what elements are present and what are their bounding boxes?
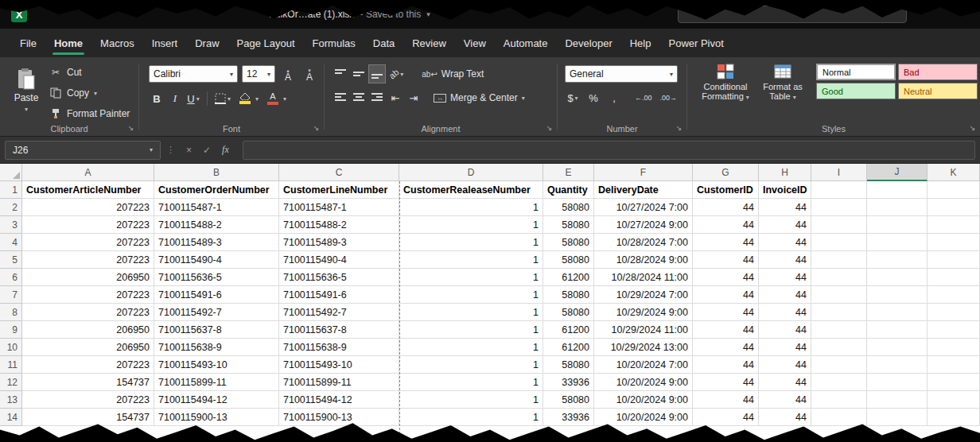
cell-B1[interactable]: CustomerOrderNumber [154, 181, 279, 199]
cell-H8[interactable]: 44 [759, 304, 811, 321]
cell-D7[interactable]: 1 [399, 286, 543, 304]
cell-B11[interactable]: 7100115493-10 [154, 356, 279, 374]
tab-data[interactable]: Data [364, 29, 403, 57]
cell-K10[interactable] [928, 339, 980, 356]
cell-G1[interactable]: CustomerID [693, 181, 759, 199]
cell-A3[interactable]: 207223 [22, 216, 154, 234]
cell-K11[interactable] [928, 356, 980, 374]
cell-A6[interactable]: 206950 [22, 269, 154, 286]
tab-developer[interactable]: Developer [556, 29, 620, 57]
cell-A7[interactable]: 207223 [22, 286, 154, 304]
tab-formulas[interactable]: Formulas [304, 29, 364, 57]
increase-decimal-button[interactable]: ←.00 [633, 89, 654, 107]
column-header-C[interactable]: C [279, 164, 399, 181]
cell-I2[interactable] [811, 199, 867, 216]
cell-B9[interactable]: 7100115637-8 [154, 321, 279, 339]
cell-I13[interactable] [811, 391, 867, 409]
row-header-2[interactable]: 2 [0, 199, 22, 216]
cell-E3[interactable]: 58080 [543, 216, 594, 234]
fill-color-button[interactable]: ▾ [235, 90, 260, 107]
cell-E2[interactable]: 58080 [543, 199, 594, 216]
cell-I4[interactable] [811, 234, 867, 251]
cell-I8[interactable] [811, 304, 867, 321]
cell-G3[interactable]: 44 [693, 216, 759, 234]
cut-button[interactable]: ✂ Cut [49, 64, 130, 80]
cell-G8[interactable]: 44 [693, 304, 759, 321]
tab-power-pivot[interactable]: Power Pivot [659, 29, 732, 57]
cell-J12[interactable] [867, 374, 928, 391]
cell-F7[interactable]: 10/29/2024 7:00 [594, 286, 693, 304]
wrap-text-button[interactable]: ab↩ Wrap Text [418, 65, 487, 83]
cell-G14[interactable]: 44 [693, 409, 759, 426]
cell-G5[interactable]: 44 [693, 251, 759, 269]
column-header-A[interactable]: A [22, 164, 154, 181]
comma-style-button[interactable]: , [606, 89, 622, 107]
cell-H7[interactable]: 44 [759, 286, 811, 304]
cell-J11[interactable] [867, 356, 928, 374]
cell-E10[interactable]: 61200 [543, 339, 594, 356]
cell-G13[interactable]: 44 [693, 391, 759, 409]
dialog-launcher-icon[interactable]: ↘ [545, 124, 554, 133]
cell-F13[interactable]: 10/20/2024 9:00 [594, 391, 693, 409]
cell-G10[interactable]: 44 [693, 339, 759, 356]
orientation-button[interactable]: ab ▾ [387, 65, 405, 83]
cell-D12[interactable]: 1 [399, 374, 543, 391]
cell-H1[interactable]: InvoiceID [759, 181, 811, 199]
row-header-10[interactable]: 10 [0, 339, 22, 356]
column-header-J[interactable]: J [867, 164, 928, 181]
column-header-H[interactable]: H [759, 164, 811, 181]
cell-style-good[interactable]: Good [816, 83, 896, 99]
number-format-select[interactable]: General ▾ [565, 65, 678, 83]
cell-D5[interactable]: 1 [399, 251, 543, 269]
cell-H4[interactable]: 44 [759, 234, 811, 251]
cell-J4[interactable] [867, 234, 928, 251]
dialog-launcher-icon[interactable]: ↘ [312, 124, 321, 133]
cell-C3[interactable]: 7100115488-2 [279, 216, 399, 234]
cell-D10[interactable]: 1 [399, 339, 543, 356]
underline-button[interactable]: U▾ [185, 90, 201, 107]
decrease-decimal-button[interactable]: .00→ [659, 89, 679, 107]
cell-G2[interactable]: 44 [693, 199, 759, 216]
cell-B5[interactable]: 7100115490-4 [154, 251, 279, 269]
row-header-13[interactable]: 13 [0, 391, 22, 409]
cell-I1[interactable] [811, 181, 867, 199]
cell-H10[interactable]: 44 [759, 339, 811, 356]
cell-B14[interactable]: 7100115900-13 [154, 409, 279, 426]
cell-B12[interactable]: 7100115899-11 [154, 374, 279, 391]
cell-style-normal[interactable]: Normal [816, 64, 896, 80]
tab-help[interactable]: Help [621, 29, 660, 57]
dialog-launcher-icon[interactable]: ↘ [126, 124, 135, 133]
cancel-icon[interactable]: × [181, 145, 197, 156]
cell-H11[interactable]: 44 [759, 356, 811, 374]
cell-C14[interactable]: 7100115900-13 [279, 409, 399, 426]
cell-K3[interactable] [928, 216, 980, 234]
cell-J10[interactable] [867, 339, 928, 356]
column-header-D[interactable]: D [399, 164, 543, 181]
align-right-button[interactable] [369, 89, 385, 107]
cell-K4[interactable] [928, 234, 980, 251]
cell-E9[interactable]: 61200 [543, 321, 594, 339]
row-header-14[interactable]: 14 [0, 409, 22, 426]
cell-F10[interactable]: 10/29/2024 13:00 [594, 339, 693, 356]
cell-C8[interactable]: 7100115492-7 [279, 304, 399, 321]
cell-E7[interactable]: 58080 [543, 286, 594, 304]
tab-home[interactable]: Home [45, 29, 91, 57]
cell-A8[interactable]: 207223 [22, 304, 154, 321]
tab-file[interactable]: File [11, 29, 45, 57]
cell-I6[interactable] [811, 269, 867, 286]
cell-E5[interactable]: 58080 [543, 251, 594, 269]
paste-button[interactable]: Paste ▾ [8, 64, 45, 124]
cell-A2[interactable]: 207223 [22, 199, 154, 216]
cell-C10[interactable]: 7100115638-9 [279, 339, 399, 356]
cell-E6[interactable]: 61200 [543, 269, 594, 286]
cell-F6[interactable]: 10/28/2024 11:00 [594, 269, 693, 286]
cell-J9[interactable] [867, 321, 928, 339]
cell-K7[interactable] [928, 286, 980, 304]
cell-J14[interactable] [867, 409, 928, 426]
row-header-5[interactable]: 5 [0, 251, 22, 269]
cell-J3[interactable] [867, 216, 928, 234]
cell-A13[interactable]: 207223 [22, 391, 154, 409]
cell-E14[interactable]: 33936 [543, 409, 594, 426]
cell-K8[interactable] [928, 304, 980, 321]
cell-J8[interactable] [867, 304, 928, 321]
